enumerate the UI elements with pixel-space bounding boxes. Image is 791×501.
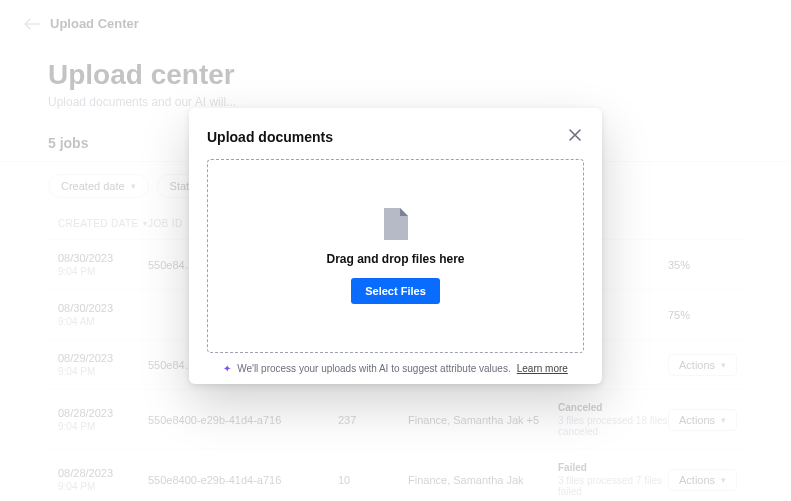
modal-title: Upload documents: [207, 129, 333, 145]
dropzone[interactable]: Drag and drop files here Select Files: [207, 159, 584, 353]
close-button[interactable]: [566, 126, 584, 147]
footer-text: We'll process your uploads with AI to su…: [237, 363, 511, 374]
select-files-button[interactable]: Select Files: [351, 278, 440, 304]
upload-documents-modal: Upload documents Drag and drop files her…: [189, 108, 602, 384]
dropzone-text: Drag and drop files here: [326, 252, 464, 266]
file-icon: [383, 208, 409, 240]
close-icon: [568, 128, 582, 142]
learn-more-link[interactable]: Learn more: [517, 363, 568, 374]
sparkle-icon: ✦: [223, 363, 231, 374]
